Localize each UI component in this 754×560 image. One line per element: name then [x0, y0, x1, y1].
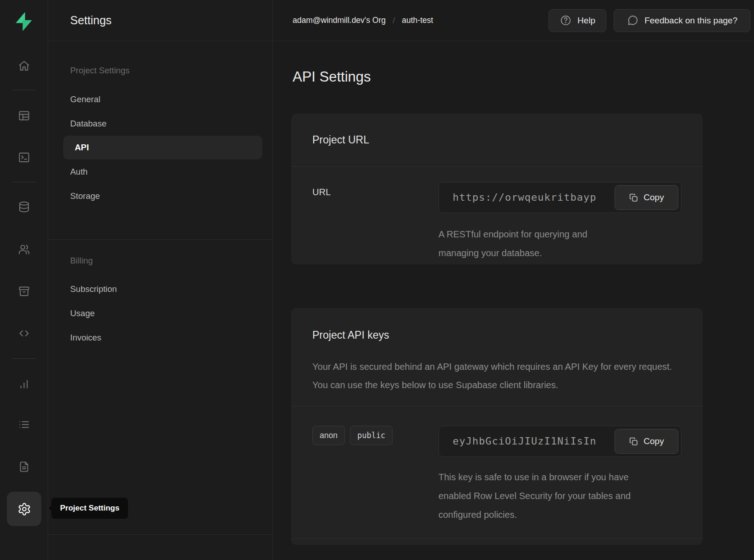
sidebar-item-general[interactable]: General: [48, 87, 272, 111]
sidebar-item-database[interactable]: Database: [48, 111, 272, 136]
nav-group-project-settings: Project Settings: [48, 65, 272, 77]
database-icon[interactable]: [14, 197, 34, 217]
rail-divider: [12, 358, 36, 359]
anon-key-input[interactable]: eyJhbGciOiJIUzI1NiIsIn Copy: [438, 426, 682, 457]
feedback-button-label: Feedback on this page?: [644, 16, 737, 26]
sidebar-item-invoices[interactable]: Invoices: [48, 325, 272, 350]
api-code-icon[interactable]: [14, 323, 34, 343]
breadcrumb-separator: /: [393, 16, 395, 26]
supabase-logo-icon[interactable]: [12, 10, 35, 33]
docs-icon[interactable]: [14, 456, 34, 477]
copy-icon: [629, 193, 638, 203]
breadcrumb-project[interactable]: auth-test: [402, 16, 433, 25]
auth-users-icon[interactable]: [14, 239, 34, 259]
project-url-card-title: Project URL: [312, 133, 682, 147]
help-circle-icon: [560, 14, 572, 27]
sidebar-divider: [48, 239, 272, 240]
supabase-dashboard: Project Settings Settings Project Settin…: [0, 0, 754, 560]
anon-badge: anon: [312, 426, 345, 445]
anon-key-description: This key is safe to use in a browser if …: [438, 468, 631, 524]
reports-icon[interactable]: [14, 373, 34, 394]
table-editor-icon[interactable]: [14, 105, 34, 126]
api-keys-description-line2: You can use the keys below to use Supaba…: [312, 376, 682, 394]
sidebar-item-usage[interactable]: Usage: [48, 301, 272, 325]
copy-url-button[interactable]: Copy: [615, 185, 678, 210]
main-area: adam@windmill.dev's Org / auth-test Help: [273, 0, 754, 560]
sidebar-bottom-divider: [48, 534, 272, 535]
message-bubble-icon: [626, 14, 639, 27]
key-badges: anon public: [312, 426, 438, 445]
top-bar: adam@windmill.dev's Org / auth-test Help: [273, 0, 754, 41]
storage-icon[interactable]: [14, 281, 34, 301]
copy-icon: [629, 437, 638, 446]
api-keys-description-line1: Your API is secured behind an API gatewa…: [312, 357, 682, 376]
settings-sidebar: Settings Project Settings General Databa…: [48, 0, 273, 560]
next-key-row-divider: [291, 538, 703, 545]
feedback-button[interactable]: Feedback on this page?: [614, 9, 750, 32]
home-icon[interactable]: [14, 55, 34, 76]
api-keys-description: Your API is secured behind an API gatewa…: [312, 357, 682, 394]
breadcrumb-org[interactable]: adam@windmill.dev's Org: [293, 16, 386, 25]
sidebar-item-storage[interactable]: Storage: [48, 184, 272, 208]
api-keys-card-title: Project API keys: [312, 328, 682, 342]
help-button-label: Help: [577, 16, 595, 26]
icon-rail: [0, 0, 48, 560]
project-url-description: A RESTful endpoint for querying and mana…: [438, 225, 622, 263]
sidebar-item-api[interactable]: API: [63, 136, 262, 159]
help-button[interactable]: Help: [549, 9, 606, 32]
project-api-keys-card: Project API keys Your API is secured beh…: [291, 308, 703, 545]
header-actions: Help Feedback on this page?: [549, 9, 750, 32]
settings-content: API Settings Project URL URL https://orw…: [273, 41, 754, 560]
settings-gear-icon[interactable]: [7, 492, 41, 526]
rail-divider: [12, 182, 36, 182]
sidebar-header: Settings: [48, 0, 272, 41]
copy-button-label: Copy: [643, 436, 664, 446]
project-url-input[interactable]: https://orwqeukritbayp Copy: [438, 182, 682, 213]
copy-anon-key-button[interactable]: Copy: [615, 429, 678, 454]
logs-icon[interactable]: [14, 414, 34, 434]
project-settings-tooltip: Project Settings: [51, 498, 128, 519]
project-url-card: Project URL URL https://orwqeukritbayp: [291, 114, 703, 264]
url-label: URL: [312, 182, 438, 198]
page-title: API Settings: [293, 69, 754, 85]
breadcrumb: adam@windmill.dev's Org / auth-test: [293, 16, 433, 26]
sidebar-item-auth[interactable]: Auth: [48, 159, 272, 184]
sidebar-item-subscription[interactable]: Subscription: [48, 277, 272, 301]
copy-button-label: Copy: [643, 192, 664, 203]
nav-group-billing: Billing: [48, 255, 272, 267]
sidebar-title: Settings: [70, 14, 111, 27]
rail-divider: [12, 90, 36, 90]
public-badge: public: [350, 426, 393, 445]
sql-editor-icon[interactable]: [14, 147, 34, 167]
